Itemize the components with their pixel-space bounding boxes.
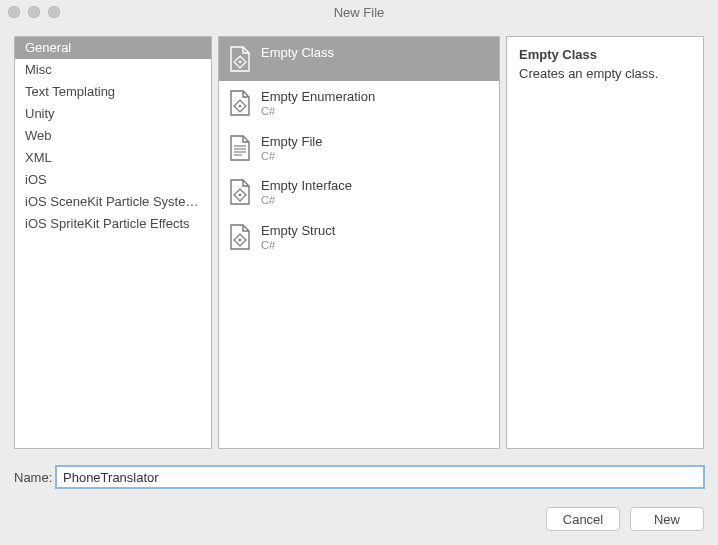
category-item[interactable]: Unity xyxy=(15,103,211,125)
name-input[interactable] xyxy=(56,466,704,488)
category-list: GeneralMiscText TemplatingUnityWebXMLiOS… xyxy=(14,36,212,449)
cancel-button[interactable]: Cancel xyxy=(546,507,620,531)
svg-point-9 xyxy=(239,194,242,197)
name-row: Name: xyxy=(14,465,704,489)
button-row: Cancel New xyxy=(546,507,704,531)
template-text: Empty Class xyxy=(261,45,334,61)
template-text: Empty EnumerationC# xyxy=(261,89,375,118)
maximize-window-icon[interactable] xyxy=(48,6,60,18)
template-item[interactable]: Empty StructC# xyxy=(219,215,499,260)
category-item[interactable]: iOS SpriteKit Particle Effects xyxy=(15,213,211,235)
svg-point-1 xyxy=(239,61,242,64)
description-title: Empty Class xyxy=(519,47,691,62)
template-name: Empty Struct xyxy=(261,224,335,239)
category-item[interactable]: Web xyxy=(15,125,211,147)
template-subtitle: C# xyxy=(261,105,375,118)
template-name: Empty File xyxy=(261,135,322,150)
titlebar: New File xyxy=(0,0,718,24)
template-subtitle: C# xyxy=(261,150,322,163)
class-file-icon xyxy=(227,89,253,117)
template-name: Empty Class xyxy=(261,46,334,61)
template-list: Empty ClassEmpty EnumerationC#Empty File… xyxy=(218,36,500,449)
description-text: Creates an empty class. xyxy=(519,66,691,81)
minimize-window-icon[interactable] xyxy=(28,6,40,18)
template-text: Empty StructC# xyxy=(261,223,335,252)
close-window-icon[interactable] xyxy=(8,6,20,18)
template-name: Empty Enumeration xyxy=(261,90,375,105)
name-label: Name: xyxy=(14,470,56,485)
template-text: Empty InterfaceC# xyxy=(261,178,352,207)
template-item[interactable]: Empty EnumerationC# xyxy=(219,81,499,126)
template-subtitle: C# xyxy=(261,194,352,207)
template-subtitle: C# xyxy=(261,239,335,252)
category-item[interactable]: iOS xyxy=(15,169,211,191)
class-file-icon xyxy=(227,178,253,206)
template-item[interactable]: Empty InterfaceC# xyxy=(219,170,499,215)
file-icon xyxy=(227,134,253,162)
template-item[interactable]: Empty Class xyxy=(219,37,499,81)
svg-point-11 xyxy=(239,238,242,241)
traffic-lights xyxy=(8,6,60,18)
class-file-icon xyxy=(227,223,253,251)
window-title: New File xyxy=(0,5,718,20)
svg-point-3 xyxy=(239,105,242,108)
template-item[interactable]: Empty FileC# xyxy=(219,126,499,171)
category-item[interactable]: Text Templating xyxy=(15,81,211,103)
category-item[interactable]: Misc xyxy=(15,59,211,81)
template-name: Empty Interface xyxy=(261,179,352,194)
category-item[interactable]: iOS SceneKit Particle Systems xyxy=(15,191,211,213)
new-button[interactable]: New xyxy=(630,507,704,531)
category-item[interactable]: XML xyxy=(15,147,211,169)
template-text: Empty FileC# xyxy=(261,134,322,163)
category-item[interactable]: General xyxy=(15,37,211,59)
class-file-icon xyxy=(227,45,253,73)
description-panel: Empty Class Creates an empty class. xyxy=(506,36,704,449)
content-area: GeneralMiscText TemplatingUnityWebXMLiOS… xyxy=(14,36,704,449)
